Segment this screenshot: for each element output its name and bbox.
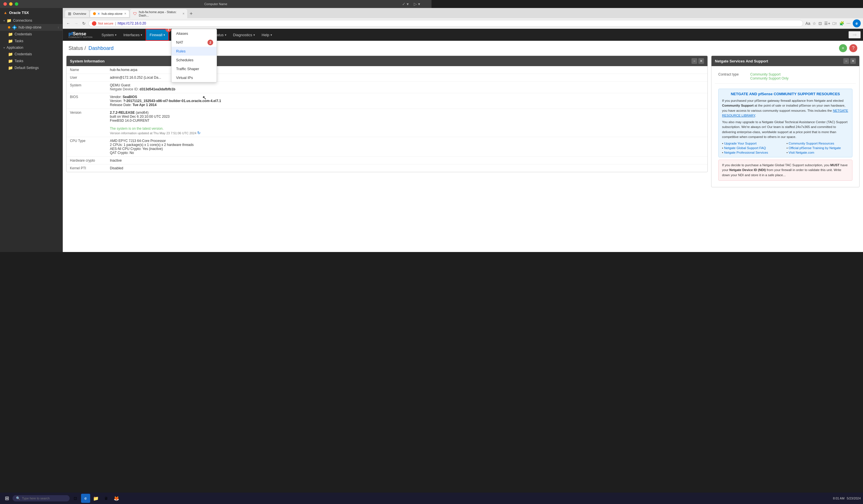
value-user: admin@172.16.0.252 (Local Da... [107, 74, 432, 81]
nav-firewall-label: Firewall [150, 33, 162, 37]
hub-tab-dot [93, 12, 96, 15]
nav-interfaces-arrow: ▾ [141, 33, 142, 37]
panel-header-system-info: System Information − ✕ [66, 56, 432, 66]
pfsense-tab-icon: 🛡 [133, 11, 137, 16]
pfsense-edition: COMMUNITY EDITION [68, 36, 92, 38]
sidebar-item-hub-step-stone[interactable]: 💠 hub-step-stone ↑ [0, 24, 62, 31]
sidebar-item-app-credentials[interactable]: 📁 Credentials [0, 51, 62, 57]
tab-hub-close[interactable]: × [124, 12, 126, 16]
table-row: System QEMU Guest Netgate Device ID: d31… [66, 81, 432, 93]
sidebar-item-tasks[interactable]: 📁 Tasks [0, 38, 62, 44]
aliases-label: Aliases [176, 31, 188, 36]
label-kernel-pti: Kernel PTI [66, 165, 107, 172]
schedules-label: Schedules [176, 58, 193, 62]
value-name: hub-fw.home.arpa [107, 66, 432, 74]
tab-bar: ⊞ Overview × hub-step-stone × 🛡 hub-fw.h… [63, 8, 432, 18]
dropdown-item-virtual-ips[interactable]: Virtual IPs [172, 73, 216, 82]
table-row: BIOS Vendor: SeaBIOS Version: ?-20171121… [66, 93, 432, 109]
credentials-icon: 📁 [8, 32, 13, 37]
app-tasks-icon: 📁 [8, 59, 13, 63]
value-system: QEMU Guest Netgate Device ID: d313d541ea… [107, 81, 432, 93]
browser-chrome: ⊞ Overview × hub-step-stone × 🛡 hub-fw.h… [63, 8, 432, 29]
chevron-down-icon: ▾ [3, 19, 5, 22]
sidebar-item-credentials[interactable]: 📁 Credentials [0, 31, 62, 38]
system-info-body: Name hub-fw.home.arpa User admin@172.16.… [66, 66, 432, 172]
value-bios: Vendor: SeaBIOS Version: ?-20171121_1525… [107, 93, 432, 109]
dropdown-item-nat[interactable]: NAT 2 [172, 38, 216, 47]
tab-pfsense-close[interactable]: × [182, 12, 184, 16]
nav-help-arrow: ▾ [271, 33, 272, 37]
nav-item-firewall[interactable]: Firewall ▾ 1 [146, 29, 169, 41]
tab-hub-step-stone[interactable]: × hub-step-stone × [90, 10, 129, 17]
rules-label: Rules [176, 49, 186, 53]
table-row: Kernel PTI Disabled [66, 165, 432, 172]
chevron-icon: ▾ [3, 46, 5, 49]
nat-label: NAT [176, 40, 183, 44]
left-column: System Information − ✕ Name hub-fw.home.… [66, 55, 432, 191]
nav-item-diagnostics[interactable]: Diagnostics ▾ [230, 29, 258, 41]
hub-icon: 💠 [12, 25, 17, 30]
refresh-icon[interactable]: ↻ [197, 131, 201, 135]
default-settings-label: Default Settings [14, 66, 39, 70]
left-sidebar: ▲ Oracle TSX ▾ 📁 Connections 💠 hub-step-… [0, 8, 63, 252]
close-button[interactable] [3, 2, 7, 6]
window-title: Computer Name [204, 2, 227, 6]
default-settings-icon: 📁 [8, 66, 13, 70]
dropdown-item-traffic-shaper[interactable]: Traffic Shaper [172, 64, 216, 73]
tab-pfsense-label: hub-fw.home.arpa - Status: Dash... [139, 10, 181, 17]
table-row: Hardware crypto Inactive [66, 157, 432, 165]
firewall-dropdown: Aliases NAT 2 Rules Schedules Traffic Sh… [171, 29, 217, 82]
label-version: Version [66, 109, 107, 137]
app-credentials-label: Credentials [14, 52, 32, 56]
content-row: System Information − ✕ Name hub-fw.home.… [63, 55, 432, 194]
table-row: User admin@172.16.0.252 (Local Da... [66, 74, 432, 81]
virtual-ips-label: Virtual IPs [176, 76, 193, 80]
maximize-button[interactable] [15, 2, 18, 6]
upload-icon: ↑ [58, 26, 59, 29]
new-tab-button[interactable]: + [188, 11, 194, 17]
connections-icon: 📁 [7, 18, 11, 23]
app-credentials-icon: 📁 [8, 52, 13, 56]
overview-tab-icon: ⊞ [68, 11, 71, 16]
nav-system-label: System [102, 33, 114, 37]
breadcrumb: Status / Dashboard [68, 45, 114, 51]
breadcrumb-prefix: Status / [68, 45, 86, 51]
tab-overview[interactable]: ⊞ Overview [65, 10, 89, 17]
dropdown-item-schedules[interactable]: Schedules [172, 55, 216, 64]
forward-button[interactable]: → [73, 21, 79, 26]
nav-item-system[interactable]: System ▾ [98, 29, 120, 41]
dropdown-item-rules[interactable]: Rules [172, 47, 216, 55]
back-button[interactable]: ← [65, 21, 71, 26]
check-icon[interactable]: ✓ ▾ [402, 2, 409, 6]
mac-titlebar: Computer Name ✓ ▾ ▷ ▾ [0, 0, 432, 8]
app-tasks-label: Tasks [14, 59, 23, 63]
pfsense-logo: pfSense COMMUNITY EDITION [65, 29, 96, 41]
label-bios: BIOS [66, 93, 107, 109]
hub-step-stone-label: hub-step-stone [18, 25, 41, 29]
nav-help-label: Help [262, 33, 270, 37]
nav-item-interfaces[interactable]: Interfaces ▾ [120, 29, 146, 41]
play-icon[interactable]: ▷ ▾ [414, 2, 420, 6]
value-version: 2.7.2-RELEASE (amd64) built on Wed Dec 6… [107, 109, 432, 137]
sidebar-item-connections[interactable]: ▾ 📁 Connections [0, 17, 62, 24]
address-bar[interactable]: 🔴 Not secure | https://172.16.0.20 [88, 20, 432, 27]
app-title: Oracle TSX [9, 11, 29, 15]
table-row: Name hub-fw.home.arpa [66, 66, 432, 74]
application-label: Application [7, 46, 23, 50]
main-area: ⊞ Overview × hub-step-stone × 🛡 hub-fw.h… [63, 8, 432, 252]
nav-firewall-arrow: ▾ [164, 33, 165, 37]
system-info-title: System Information [70, 59, 104, 63]
minimize-button[interactable] [9, 2, 13, 6]
nav-system-arrow: ▾ [115, 33, 116, 37]
label-hw-crypto: Hardware crypto [66, 157, 107, 165]
value-cpu: AMD EPYC 7J13 64-Core Processor 2 CPUs: … [107, 137, 432, 157]
reload-button[interactable]: ↻ [81, 21, 87, 26]
connections-label: Connections [13, 18, 32, 23]
app-icon: ▲ [3, 10, 8, 15]
sidebar-item-default-settings[interactable]: 📁 Default Settings [0, 64, 62, 71]
nav-item-help[interactable]: Help ▾ [258, 29, 275, 41]
sidebar-item-app-tasks[interactable]: 📁 Tasks [0, 57, 62, 64]
tab-pfsense[interactable]: 🛡 hub-fw.home.arpa - Status: Dash... × [130, 9, 187, 18]
dropdown-item-aliases[interactable]: Aliases [172, 29, 216, 38]
sidebar-app-title: ▲ Oracle TSX [0, 8, 62, 17]
